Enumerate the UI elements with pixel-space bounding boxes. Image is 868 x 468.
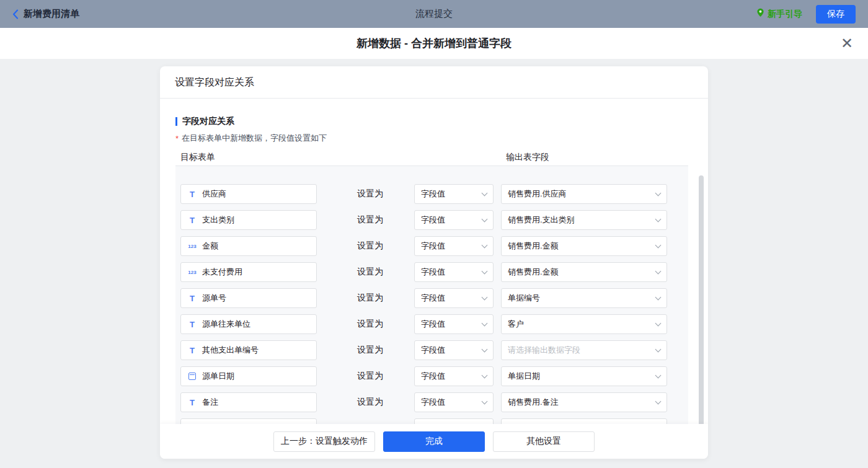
set-as-label: 设置为 xyxy=(357,319,384,330)
target-field-label: 源单往来单位 xyxy=(202,319,250,330)
chevron-down-icon xyxy=(655,346,662,352)
output-select-value: 销售费用.金额 xyxy=(508,267,559,278)
chevron-down-icon xyxy=(482,294,488,300)
output-field-select[interactable]: 销售费用.供应商 xyxy=(501,184,667,204)
chevron-down-icon xyxy=(655,294,662,300)
previous-step-button[interactable]: 上一步：设置触发动作 xyxy=(273,431,375,452)
close-icon[interactable]: ✕ xyxy=(841,36,853,51)
chevron-down-icon xyxy=(482,346,488,352)
field-mapping-card: 设置字段对应关系 字段对应关系 * 在目标表单中新增数据，字段值设置如下 目标表… xyxy=(160,66,708,459)
chevron-down-icon xyxy=(482,372,488,378)
set-as-label: 设置为 xyxy=(357,267,384,278)
field-mapping-row: 源单日期 设置为 字段值 单据日期 xyxy=(180,366,688,386)
mode-select[interactable]: 字段值 xyxy=(414,184,494,204)
set-as-label: 设置为 xyxy=(357,188,384,200)
output-select-value: 单据日期 xyxy=(508,371,540,382)
output-field-select[interactable]: 单据编号 xyxy=(501,288,667,308)
mode-select-value: 字段值 xyxy=(421,293,445,304)
target-field-label: 未支付费用 xyxy=(202,267,242,278)
chevron-down-icon xyxy=(482,268,488,274)
section-title: 字段对应关系 xyxy=(175,116,708,127)
chevron-down-icon xyxy=(482,320,488,326)
output-field-select[interactable]: 客户 xyxy=(501,314,667,334)
number-field-icon: 123 xyxy=(187,244,197,249)
output-select-value: 请选择输出数据字段 xyxy=(508,345,580,356)
other-settings-button[interactable]: 其他设置 xyxy=(493,431,595,452)
output-field-select[interactable]: 销售费用.金额 xyxy=(501,262,667,282)
text-field-icon: T xyxy=(187,346,197,355)
number-field-icon: 123 xyxy=(187,270,197,275)
target-field-label: 供应商 xyxy=(202,188,226,200)
calendar-icon xyxy=(188,373,196,380)
output-field-select[interactable]: 销售费用.备注 xyxy=(501,392,667,412)
output-field-select[interactable]: 单据日期 xyxy=(501,366,667,386)
card-body: 字段对应关系 * 在目标表单中新增数据，字段值设置如下 目标表单 输出表字段 T… xyxy=(160,99,708,459)
mode-select[interactable]: 字段值 xyxy=(414,314,494,334)
target-field-label: 源单日期 xyxy=(202,371,234,382)
section-accent-bar xyxy=(175,117,177,126)
set-as-label: 设置为 xyxy=(357,397,384,408)
output-field-select[interactable]: 请选择输出数据字段 xyxy=(501,340,667,360)
field-mapping-row: T 源单号 设置为 字段值 单据编号 xyxy=(180,288,688,308)
target-field-input[interactable]: T 支出类别 xyxy=(180,210,317,230)
finish-button[interactable]: 完成 xyxy=(383,431,485,452)
target-field-input[interactable]: T 其他支出单编号 xyxy=(180,340,317,360)
guide-pin-icon xyxy=(756,8,764,20)
required-asterisk: * xyxy=(175,134,179,143)
column-header-output: 输出表字段 xyxy=(506,152,549,163)
mode-select[interactable]: 字段值 xyxy=(414,236,494,256)
save-button[interactable]: 保存 xyxy=(816,5,856,24)
back-button[interactable]: 新增费用清单 xyxy=(12,8,79,20)
target-field-input[interactable]: 123 金额 xyxy=(180,236,317,256)
field-mapping-row: T 支出类别 设置为 字段值 销售费用.支出类别 xyxy=(180,210,688,230)
chevron-down-icon xyxy=(655,268,662,274)
target-field-label: 支出类别 xyxy=(202,214,234,226)
field-mapping-row: T 源单往来单位 设置为 字段值 客户 xyxy=(180,314,688,334)
column-header-target: 目标表单 xyxy=(180,152,215,163)
field-mapping-row: T 备注 设置为 字段值 销售费用.备注 xyxy=(180,392,688,412)
set-as-label: 设置为 xyxy=(357,345,384,356)
vertical-scrollbar[interactable] xyxy=(699,175,704,426)
beginner-guide-button[interactable]: 新手引导 xyxy=(756,8,802,20)
dialog-header: 新增数据 - 合并新增到普通字段 ✕ xyxy=(0,28,868,59)
target-field-input[interactable]: T 备注 xyxy=(180,392,317,412)
mode-select[interactable]: 字段值 xyxy=(414,392,494,412)
mode-select-value: 字段值 xyxy=(421,397,445,408)
chevron-down-icon xyxy=(655,398,662,404)
mode-select-value: 字段值 xyxy=(421,319,445,330)
mode-select[interactable]: 字段值 xyxy=(414,366,494,386)
mode-select[interactable]: 字段值 xyxy=(414,288,494,308)
column-headers: 目标表单 输出表字段 xyxy=(180,152,708,166)
target-field-input[interactable]: 源单日期 xyxy=(180,366,317,386)
chevron-down-icon xyxy=(655,190,662,196)
output-select-value: 单据编号 xyxy=(508,293,540,304)
mode-select-value: 字段值 xyxy=(421,371,445,382)
mode-select-value: 字段值 xyxy=(421,188,445,200)
target-field-input[interactable]: T 源单号 xyxy=(180,288,317,308)
output-field-select[interactable]: 销售费用.支出类别 xyxy=(501,210,667,230)
card-footer: 上一步：设置触发动作 完成 其他设置 xyxy=(160,424,708,459)
mode-select-value: 字段值 xyxy=(421,267,445,278)
target-field-input[interactable]: 123 未支付费用 xyxy=(180,262,317,282)
output-select-value: 销售费用.供应商 xyxy=(508,188,567,200)
set-as-label: 设置为 xyxy=(357,371,384,382)
mode-select[interactable]: 字段值 xyxy=(414,340,494,360)
chevron-down-icon xyxy=(655,320,662,326)
mapping-note: * 在目标表单中新增数据，字段值设置如下 xyxy=(175,133,708,144)
text-field-icon: T xyxy=(187,294,197,303)
output-select-value: 销售费用.金额 xyxy=(508,241,559,252)
set-as-label: 设置为 xyxy=(357,241,384,252)
text-field-icon: T xyxy=(187,190,197,199)
output-field-select[interactable]: 销售费用.金额 xyxy=(501,236,667,256)
field-mapping-row: 123 金额 设置为 字段值 销售费用.金额 xyxy=(180,236,688,256)
target-field-input[interactable]: T 供应商 xyxy=(180,184,317,204)
mode-select[interactable]: 字段值 xyxy=(414,262,494,282)
flow-title: 流程提交 xyxy=(0,8,868,20)
output-select-value: 销售费用.支出类别 xyxy=(508,214,575,226)
chevron-down-icon xyxy=(482,398,488,404)
target-field-input[interactable]: T 源单往来单位 xyxy=(180,314,317,334)
mode-select[interactable]: 字段值 xyxy=(414,210,494,230)
card-title: 设置字段对应关系 xyxy=(160,66,708,99)
text-field-icon: T xyxy=(187,216,197,225)
target-field-label: 其他支出单编号 xyxy=(202,345,259,356)
